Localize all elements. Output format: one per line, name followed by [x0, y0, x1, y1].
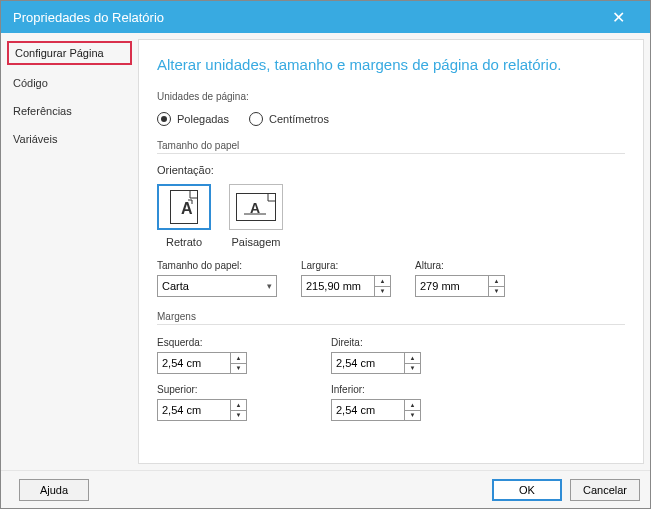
ok-button[interactable]: OK [492, 479, 562, 501]
radio-centimeters[interactable]: Centímetros [249, 112, 329, 126]
margin-left-spinner[interactable]: ▲▼ [157, 352, 247, 374]
spinner-arrows: ▲▼ [404, 353, 420, 373]
sidebar: Configurar Página Código Referências Var… [1, 33, 138, 470]
orientation-group: A Retrato A Paisagem [157, 184, 625, 248]
orientation-landscape[interactable]: A Paisagem [229, 184, 283, 248]
field-margin-right: Direita: ▲▼ [331, 337, 481, 374]
height-input[interactable] [416, 276, 488, 296]
dialog-title: Propriedades do Relatório [13, 10, 598, 25]
sidebar-item-label: Variáveis [13, 133, 57, 145]
sidebar-item-page-setup[interactable]: Configurar Página [7, 41, 132, 65]
spinner-arrows: ▲ ▼ [374, 276, 390, 296]
button-label: Ajuda [40, 484, 68, 496]
button-label: OK [519, 484, 535, 496]
orientation-portrait[interactable]: A Retrato [157, 184, 211, 248]
radio-label: Polegadas [177, 113, 229, 125]
margins-section-label: Margens [157, 311, 625, 325]
svg-text:A: A [181, 200, 193, 217]
spinner-arrows: ▲ ▼ [488, 276, 504, 296]
button-label: Cancelar [583, 484, 627, 496]
arrow-down-icon[interactable]: ▼ [405, 411, 420, 421]
radio-dot-icon [249, 112, 263, 126]
arrow-up-icon[interactable]: ▲ [489, 276, 504, 287]
radio-dot-icon [157, 112, 171, 126]
margin-left-input[interactable] [158, 353, 230, 373]
field-label: Esquerda: [157, 337, 307, 348]
arrow-down-icon[interactable]: ▼ [231, 364, 246, 374]
sidebar-item-variables[interactable]: Variáveis [7, 129, 132, 149]
close-button[interactable]: ✕ [598, 1, 638, 33]
margins-grid: Esquerda: ▲▼ Direita: ▲▼ Superior: [157, 337, 625, 421]
field-label: Largura: [301, 260, 391, 271]
arrow-up-icon[interactable]: ▲ [231, 353, 246, 364]
width-input[interactable] [302, 276, 374, 296]
papersize-section-label: Tamanho do papel [157, 140, 625, 154]
field-margin-top: Superior: ▲▼ [157, 384, 307, 421]
arrow-down-icon[interactable]: ▼ [405, 364, 420, 374]
units-radio-group: Polegadas Centímetros [157, 112, 625, 126]
field-papersize: Tamanho do papel: Carta ▾ [157, 260, 277, 297]
field-margin-left: Esquerda: ▲▼ [157, 337, 307, 374]
margin-top-input[interactable] [158, 400, 230, 420]
content-panel: Alterar unidades, tamanho e margens de p… [138, 39, 644, 464]
help-button[interactable]: Ajuda [19, 479, 89, 501]
spinner-arrows: ▲▼ [230, 400, 246, 420]
page-heading: Alterar unidades, tamanho e margens de p… [157, 56, 625, 73]
field-width: Largura: ▲ ▼ [301, 260, 391, 297]
radio-label: Centímetros [269, 113, 329, 125]
close-icon: ✕ [612, 8, 625, 27]
orientation-label-text: Paisagem [232, 236, 281, 248]
arrow-up-icon[interactable]: ▲ [405, 353, 420, 364]
chevron-down-icon: ▾ [267, 281, 272, 291]
report-properties-dialog: Propriedades do Relatório ✕ Configurar P… [0, 0, 651, 509]
field-height: Altura: ▲ ▼ [415, 260, 505, 297]
portrait-icon: A [157, 184, 211, 230]
orientation-label-text: Retrato [166, 236, 202, 248]
field-label: Altura: [415, 260, 505, 271]
margin-bottom-spinner[interactable]: ▲▼ [331, 399, 421, 421]
sidebar-item-label: Código [13, 77, 48, 89]
height-spinner[interactable]: ▲ ▼ [415, 275, 505, 297]
papersize-select[interactable]: Carta ▾ [157, 275, 277, 297]
margin-right-input[interactable] [332, 353, 404, 373]
arrow-down-icon[interactable]: ▼ [375, 287, 390, 297]
papersize-fields: Tamanho do papel: Carta ▾ Largura: ▲ ▼ [157, 260, 625, 297]
spinner-arrows: ▲▼ [404, 400, 420, 420]
margin-top-spinner[interactable]: ▲▼ [157, 399, 247, 421]
sidebar-item-references[interactable]: Referências [7, 101, 132, 121]
margin-right-spinner[interactable]: ▲▼ [331, 352, 421, 374]
field-label: Superior: [157, 384, 307, 395]
sidebar-item-label: Configurar Página [15, 47, 104, 59]
footer: Ajuda OK Cancelar [1, 470, 650, 508]
units-section-label: Unidades de página: [157, 91, 625, 102]
arrow-down-icon[interactable]: ▼ [489, 287, 504, 297]
sidebar-item-label: Referências [13, 105, 72, 117]
titlebar: Propriedades do Relatório ✕ [1, 1, 650, 33]
orientation-label: Orientação: [157, 164, 625, 176]
arrow-up-icon[interactable]: ▲ [375, 276, 390, 287]
field-label: Tamanho do papel: [157, 260, 277, 271]
radio-inches[interactable]: Polegadas [157, 112, 229, 126]
spinner-arrows: ▲▼ [230, 353, 246, 373]
field-label: Direita: [331, 337, 481, 348]
arrow-up-icon[interactable]: ▲ [405, 400, 420, 411]
cancel-button[interactable]: Cancelar [570, 479, 640, 501]
arrow-down-icon[interactable]: ▼ [231, 411, 246, 421]
sidebar-item-code[interactable]: Código [7, 73, 132, 93]
arrow-up-icon[interactable]: ▲ [231, 400, 246, 411]
landscape-icon: A [229, 184, 283, 230]
width-spinner[interactable]: ▲ ▼ [301, 275, 391, 297]
field-label: Inferior: [331, 384, 481, 395]
field-margin-bottom: Inferior: ▲▼ [331, 384, 481, 421]
dialog-body: Configurar Página Código Referências Var… [1, 33, 650, 470]
margin-bottom-input[interactable] [332, 400, 404, 420]
select-value: Carta [162, 280, 189, 292]
